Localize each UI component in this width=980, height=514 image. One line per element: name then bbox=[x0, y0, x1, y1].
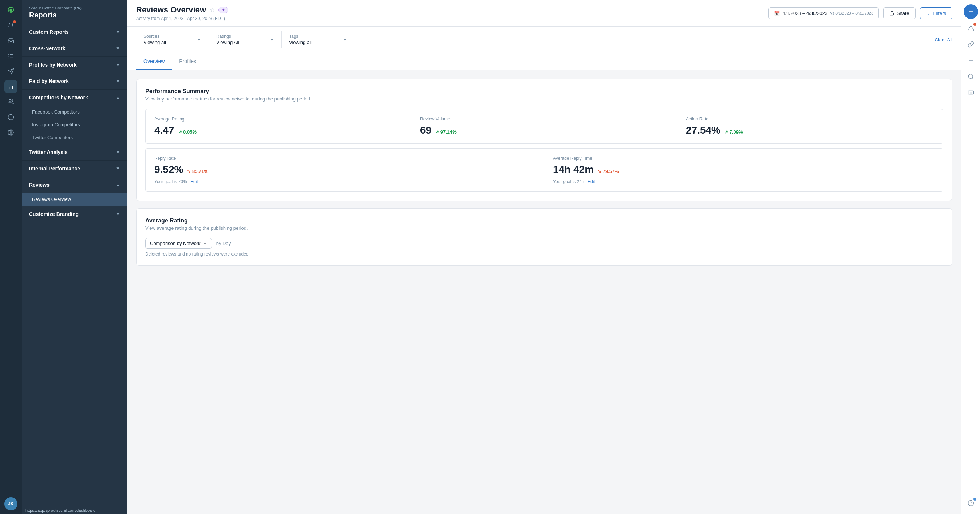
average-rating-metric: Average Rating 4.47 ↗ 0.05% bbox=[146, 109, 411, 143]
sidebar-item-facebook-competitors[interactable]: Facebook Competitors bbox=[22, 105, 127, 118]
user-avatar[interactable]: JK bbox=[4, 497, 18, 510]
ai-icon: ✦ bbox=[222, 8, 225, 13]
listening-icon[interactable] bbox=[4, 111, 18, 124]
review-volume-label: Review Volume bbox=[420, 116, 668, 122]
svg-line-24 bbox=[972, 78, 973, 79]
add-icon[interactable] bbox=[964, 54, 977, 67]
sidebar-item-reviews-overview[interactable]: Reviews Overview bbox=[22, 193, 127, 206]
right-rail bbox=[961, 0, 980, 514]
sources-value: Viewing all bbox=[143, 40, 166, 45]
title-row: Reviews Overview ☆ ✦ bbox=[136, 5, 228, 14]
org-name: Sprout Coffee Corporate (PA) bbox=[29, 6, 120, 10]
svg-point-12 bbox=[10, 132, 12, 134]
inbox-icon[interactable] bbox=[4, 34, 18, 47]
svg-point-23 bbox=[968, 74, 973, 78]
average-rating-value: 4.47 bbox=[154, 124, 174, 136]
chevron-down-icon: ▼ bbox=[116, 79, 120, 84]
avg-rating-controls: Comparison by Network by Day bbox=[145, 238, 943, 248]
sidebar-section-competitors-by-network: Competitors by Network ▲ Facebook Compet… bbox=[22, 89, 127, 144]
tags-filter[interactable]: Tags Viewing all ▼ bbox=[282, 31, 355, 48]
ratings-value: Viewing All bbox=[216, 40, 239, 45]
date-range-button[interactable]: 📅 4/1/2023 – 4/30/2023 vs 3/1/2023 – 3/3… bbox=[768, 7, 879, 19]
keyboard-icon[interactable] bbox=[964, 86, 977, 99]
review-volume-metric: Review Volume 69 ↗ 97.14% bbox=[411, 109, 677, 143]
sources-filter[interactable]: Sources Viewing all ▼ bbox=[136, 31, 209, 48]
ratings-chevron-icon: ▼ bbox=[270, 37, 274, 42]
notifications-icon[interactable] bbox=[4, 19, 18, 32]
reports-icon[interactable] bbox=[4, 80, 18, 93]
reply-rate-value: 9.52% bbox=[154, 164, 183, 175]
sidebar-title: Reports bbox=[29, 11, 120, 19]
cross-network-toggle[interactable]: Cross-Network ▼ bbox=[22, 40, 127, 56]
ratings-filter[interactable]: Ratings Viewing All ▼ bbox=[209, 31, 282, 48]
tasks-icon[interactable] bbox=[4, 49, 18, 63]
customize-branding-toggle[interactable]: Customize Branding ▼ bbox=[22, 206, 127, 222]
settings-icon[interactable] bbox=[4, 126, 18, 139]
ratings-label: Ratings bbox=[216, 34, 239, 39]
sidebar-section-twitter-analysis: Twitter Analysis ▼ bbox=[22, 144, 127, 161]
action-rate-change: ↗ 7.09% bbox=[724, 129, 743, 135]
share-button[interactable]: Share bbox=[883, 7, 916, 19]
tabs-bar: Overview Profiles bbox=[127, 53, 961, 70]
top-metrics-grid: Average Rating 4.47 ↗ 0.05% Review Volum… bbox=[145, 109, 943, 144]
sidebar-section-profiles-by-network: Profiles by Network ▼ bbox=[22, 57, 127, 73]
avg-reply-time-edit-link[interactable]: Edit bbox=[587, 179, 595, 184]
custom-reports-toggle[interactable]: Custom Reports ▼ bbox=[22, 24, 127, 40]
compare-range-text: vs 3/1/2023 – 3/31/2023 bbox=[830, 11, 873, 15]
link-icon[interactable] bbox=[964, 38, 977, 51]
compose-button[interactable] bbox=[964, 4, 978, 19]
main-content: Reviews Overview ☆ ✦ Activity from Apr 1… bbox=[127, 0, 961, 514]
sources-chevron-icon: ▼ bbox=[197, 37, 201, 42]
tab-overview[interactable]: Overview bbox=[136, 53, 172, 70]
review-volume-change: ↗ 97.14% bbox=[435, 129, 457, 135]
sprout-logo-icon[interactable] bbox=[4, 4, 18, 17]
twitter-analysis-toggle[interactable]: Twitter Analysis ▼ bbox=[22, 144, 127, 160]
tags-value: Viewing all bbox=[289, 40, 312, 45]
filters-button[interactable]: Filters bbox=[920, 7, 952, 19]
paid-by-network-toggle[interactable]: Paid by Network ▼ bbox=[22, 73, 127, 89]
help-icon[interactable] bbox=[964, 496, 977, 510]
tab-profiles[interactable]: Profiles bbox=[172, 53, 204, 70]
chevron-up-icon: ▲ bbox=[116, 182, 120, 188]
clear-all-button[interactable]: Clear All bbox=[935, 37, 952, 43]
search-icon[interactable] bbox=[964, 70, 977, 83]
favorite-icon[interactable]: ☆ bbox=[210, 6, 215, 13]
sidebar-item-twitter-competitors[interactable]: Twitter Competitors bbox=[22, 131, 127, 144]
reply-rate-edit-link[interactable]: Edit bbox=[190, 179, 198, 184]
publish-icon[interactable] bbox=[4, 65, 18, 78]
internal-performance-toggle[interactable]: Internal Performance ▼ bbox=[22, 161, 127, 177]
ai-badge[interactable]: ✦ bbox=[218, 6, 228, 13]
filter-bar: Sources Viewing all ▼ Ratings Viewing Al… bbox=[127, 27, 961, 53]
topbar-left: Reviews Overview ☆ ✦ Activity from Apr 1… bbox=[136, 5, 228, 21]
chevron-down-icon: ▼ bbox=[116, 46, 120, 51]
chevron-down-icon: ▼ bbox=[116, 150, 120, 155]
reply-rate-change: ↘ 85.71% bbox=[187, 169, 208, 174]
chevron-down-icon: ▼ bbox=[116, 30, 120, 35]
share-icon bbox=[889, 11, 894, 16]
page-subtitle: Activity from Apr 1, 2023 - Apr 30, 2023… bbox=[136, 16, 228, 21]
by-day-label: by Day bbox=[216, 240, 231, 246]
average-rating-label: Average Rating bbox=[154, 116, 402, 122]
avg-reply-time-label: Average Reply Time bbox=[553, 156, 934, 161]
sidebar-item-instagram-competitors[interactable]: Instagram Competitors bbox=[22, 118, 127, 131]
review-volume-value: 69 bbox=[420, 124, 431, 136]
average-rating-change: ↗ 0.05% bbox=[178, 129, 197, 135]
comparison-by-network-dropdown[interactable]: Comparison by Network bbox=[145, 238, 212, 248]
performance-summary-subtitle: View key performance metrics for review … bbox=[145, 96, 943, 102]
profiles-by-network-toggle[interactable]: Profiles by Network ▼ bbox=[22, 57, 127, 73]
audience-icon[interactable] bbox=[4, 95, 18, 108]
chevron-down-icon: ▼ bbox=[116, 212, 120, 216]
page-title: Reviews Overview bbox=[136, 5, 206, 14]
alert-icon[interactable] bbox=[964, 22, 977, 35]
calendar-icon: 📅 bbox=[774, 11, 780, 16]
avg-reply-time-change: ↘ 79.57% bbox=[597, 169, 619, 174]
topbar-right: 📅 4/1/2023 – 4/30/2023 vs 3/1/2023 – 3/3… bbox=[768, 7, 952, 19]
competitors-by-network-toggle[interactable]: Competitors by Network ▲ bbox=[22, 89, 127, 105]
sidebar-section-reviews: Reviews ▲ Reviews Overview bbox=[22, 177, 127, 206]
svg-point-8 bbox=[9, 99, 11, 102]
dropdown-chevron-icon bbox=[203, 241, 207, 246]
reviews-toggle[interactable]: Reviews ▲ bbox=[22, 177, 127, 193]
chevron-up-icon: ▲ bbox=[116, 95, 120, 100]
filters-icon bbox=[926, 11, 931, 16]
svg-point-31 bbox=[968, 501, 974, 506]
